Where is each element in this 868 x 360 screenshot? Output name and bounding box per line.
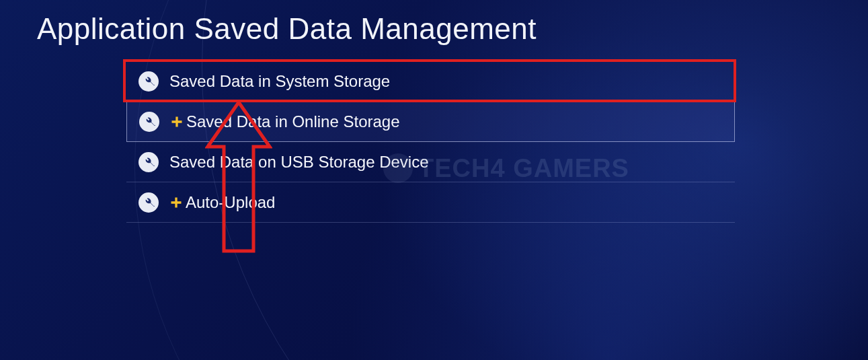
- menu-item-usb-storage[interactable]: Saved Data on USB Storage Device: [126, 142, 735, 182]
- menu-list: Saved Data in System Storage Saved Data …: [126, 61, 735, 223]
- ps-plus-icon: [169, 196, 183, 209]
- wrench-icon: [139, 71, 159, 92]
- wrench-icon: [139, 112, 159, 132]
- menu-item-online-storage[interactable]: Saved Data in Online Storage: [126, 102, 735, 142]
- ps-plus-icon: [170, 115, 184, 129]
- wrench-icon: [139, 192, 159, 213]
- menu-item-label: Saved Data in Online Storage: [186, 112, 400, 131]
- menu-item-label: Saved Data in System Storage: [169, 72, 390, 91]
- menu-item-label: Auto-Upload: [186, 193, 275, 212]
- wrench-icon: [139, 152, 159, 172]
- menu-item-auto-upload[interactable]: Auto-Upload: [126, 182, 735, 223]
- page-title: Application Saved Data Management: [37, 12, 537, 46]
- menu-item-label: Saved Data on USB Storage Device: [169, 153, 429, 172]
- menu-item-system-storage[interactable]: Saved Data in System Storage: [126, 61, 735, 102]
